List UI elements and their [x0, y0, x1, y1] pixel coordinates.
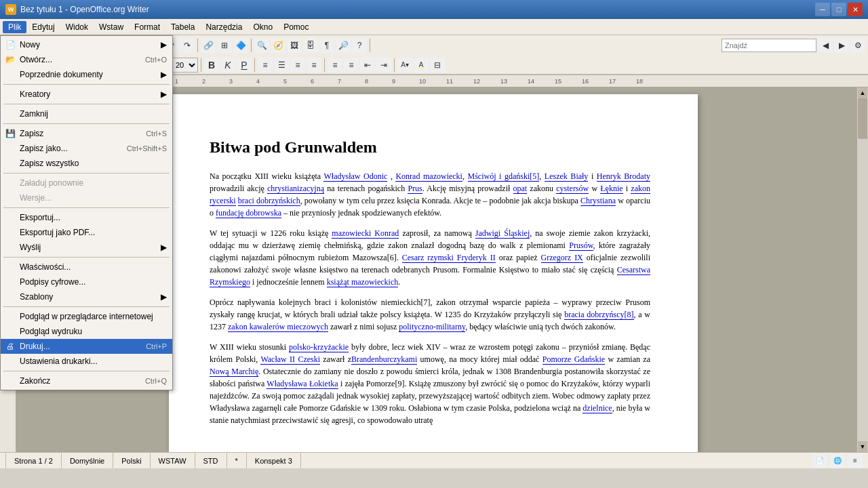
menu-widok[interactable]: Widok	[60, 21, 94, 33]
menu-templates[interactable]: Szablony ▶	[1, 289, 172, 304]
show-draw-button[interactable]: 🔷	[233, 38, 248, 53]
menu-sign[interactable]: Podpisy cyfrowe...	[1, 274, 172, 289]
menu-saveas[interactable]: Zapisz jako... Ctrl+Shift+S	[1, 141, 172, 156]
find-input[interactable]	[722, 39, 816, 52]
hyperlink-button[interactable]: 🔗	[201, 38, 216, 53]
link-opat[interactable]: opat	[513, 184, 528, 194]
scroll-track[interactable]	[858, 98, 867, 441]
link-konrad[interactable]: Konrad mazowiecki	[395, 171, 462, 182]
minimize-button[interactable]: ─	[815, 3, 830, 16]
align-left-button[interactable]: ≡	[258, 58, 273, 73]
menu-plik[interactable]: Plik	[3, 21, 26, 33]
link-waclaw[interactable]: Wacław II Czeski	[260, 354, 320, 365]
redo-button[interactable]: ↷	[180, 38, 195, 53]
menu-exportpdf[interactable]: Eksportuj jako PDF...	[1, 225, 172, 240]
list-ordered-button[interactable]: ≡	[344, 58, 359, 73]
menu-new[interactable]: 📄 Nowy ▶	[1, 37, 172, 52]
navigator-button[interactable]: 🧭	[271, 38, 285, 53]
menu-printer-settings[interactable]: Ustawienia drukarki...	[1, 354, 172, 369]
link-wladyslaw[interactable]: Władysław Odonic	[323, 171, 387, 182]
link-brandenburczycy[interactable]: Brandenburczykami	[351, 354, 417, 365]
link-cystersi[interactable]: cystersów	[556, 184, 589, 194]
list-unordered-button[interactable]: ≡	[328, 58, 342, 73]
find-toolbar-button[interactable]: 🔍	[254, 38, 269, 53]
indent-increase-button[interactable]: ⇥	[376, 58, 391, 73]
link-ksiazat[interactable]: książąt mazowieckich	[327, 277, 399, 287]
menu-saveall[interactable]: Zapisz wszystko	[1, 156, 172, 171]
link-stosunki[interactable]: polsko-krzyżackie	[289, 342, 349, 352]
menu-wstaw[interactable]: Wstaw	[94, 21, 129, 33]
vertical-scrollbar[interactable]: ▲ ▼	[857, 87, 868, 452]
find-prev-button[interactable]: ◀	[818, 38, 833, 53]
link-dzielnice[interactable]: dzielnice	[583, 403, 612, 413]
gallery-button[interactable]: 🖼	[287, 38, 302, 53]
link-lokietek[interactable]: Władysława Łokietka	[267, 379, 338, 389]
view-outline-button[interactable]: ≡	[848, 453, 863, 468]
menu-format[interactable]: Format	[129, 21, 165, 33]
view-web-button[interactable]: 🌐	[830, 453, 845, 468]
link-mazowiecki[interactable]: mazowiecki Konrad	[332, 228, 399, 239]
align-justify-button[interactable]: ≡	[307, 58, 321, 73]
link-prus[interactable]: Prus	[408, 184, 422, 194]
font-color-button[interactable]: A	[414, 58, 429, 73]
menu-okno[interactable]: Okno	[248, 21, 278, 33]
link-sojusz[interactable]: polityczno-militarny	[399, 322, 465, 332]
find-next-button[interactable]: ▶	[834, 38, 849, 53]
view-normal-button[interactable]: 📄	[812, 453, 827, 468]
link-chrystian[interactable]: Chrystiana	[580, 196, 616, 206]
link-zakon-miecz[interactable]: zakon kawalerów mieczowych	[228, 322, 328, 332]
link-cesarz[interactable]: Cesarz rzymski Fryderyk II	[402, 253, 496, 263]
font-size-select[interactable]: 20	[171, 58, 198, 73]
menu-wizards[interactable]: Kreatory ▶	[1, 87, 172, 102]
highlight-button[interactable]: A▾	[397, 58, 412, 73]
link-grzegorz[interactable]: Grzegorz IX	[541, 253, 583, 263]
link-chrystianizacja[interactable]: chrystianizacyjną	[267, 184, 324, 194]
datasource-button[interactable]: 🗄	[303, 38, 318, 53]
link-pomorze[interactable]: Pomorze Gdańskie	[542, 354, 605, 365]
link-jadwiga[interactable]: Jadwigi Śląskiej	[475, 228, 530, 239]
zoom-button[interactable]: 🔎	[336, 38, 351, 53]
align-center-button[interactable]: ☰	[274, 58, 289, 73]
menu-props[interactable]: Właściwości...	[1, 260, 172, 274]
link-fundacja[interactable]: fundację dobrowska	[216, 208, 281, 218]
menu-recent[interactable]: Poprzednie dokumenty ▶	[1, 67, 172, 82]
insert-mode-status[interactable]: WSTAW	[151, 453, 195, 468]
menu-print[interactable]: 🖨 Drukuj... Ctrl+P	[1, 339, 172, 354]
link-msciwoj[interactable]: Mściwój i gdański[5]	[468, 171, 540, 182]
underline-button[interactable]: P	[237, 58, 252, 73]
scroll-up-button[interactable]: ▲	[858, 87, 867, 98]
table-button[interactable]: ⊞	[217, 38, 232, 53]
menu-export[interactable]: Eksportuj...	[1, 210, 172, 225]
menu-narzedzia[interactable]: Narzędzia	[200, 21, 248, 33]
menu-send[interactable]: Wyślij ▶	[1, 240, 172, 255]
bold-button[interactable]: B	[204, 58, 219, 73]
link-henryk[interactable]: Henryk Brodaty	[597, 171, 650, 182]
menu-open[interactable]: 📂 Otwórz... Ctrl+O	[1, 52, 172, 67]
scroll-down-button[interactable]: ▼	[858, 441, 867, 452]
link-bracia[interactable]: braci dobrzyńskich	[238, 196, 300, 206]
menu-pomoc[interactable]: Pomoc	[278, 21, 314, 33]
scroll-thumb[interactable]	[858, 98, 867, 139]
link-lekno[interactable]: Łęknie	[600, 184, 623, 194]
menu-edytuj[interactable]: Edytuj	[26, 21, 60, 33]
find-options-button[interactable]: ⚙	[850, 38, 865, 53]
menu-exit[interactable]: Zakończ Ctrl+Q	[1, 373, 172, 388]
help-button[interactable]: ?	[352, 38, 367, 53]
menu-close[interactable]: Zamknij	[1, 106, 172, 121]
align-right-button[interactable]: ≡	[290, 58, 305, 73]
menu-print-preview[interactable]: Podgląd wydruku	[1, 324, 172, 339]
link-bracia-dobrzynski[interactable]: bracia dobrzyńscy[8]	[564, 310, 633, 320]
border-button[interactable]: ⊟	[430, 58, 445, 73]
menu-preview-web[interactable]: Podgląd w przeglądarce internetowej	[1, 309, 172, 324]
link-nowa-marchia[interactable]: Nową Marchię	[210, 367, 258, 377]
close-button[interactable]: ✕	[848, 3, 863, 16]
indent-decrease-button[interactable]: ⇤	[360, 58, 375, 73]
link-prusow[interactable]: Prusów	[569, 241, 593, 251]
menu-tabela[interactable]: Tabela	[165, 21, 200, 33]
link-leszek[interactable]: Leszek Biały	[545, 171, 589, 182]
italic-button[interactable]: K	[220, 58, 235, 73]
menu-save[interactable]: 💾 Zapisz Ctrl+S	[1, 126, 172, 141]
maximize-button[interactable]: □	[831, 3, 846, 16]
nonprint-button[interactable]: ¶	[319, 38, 334, 53]
link-cesarstwo[interactable]: Cesarstwa Rzymskiego	[210, 265, 650, 287]
